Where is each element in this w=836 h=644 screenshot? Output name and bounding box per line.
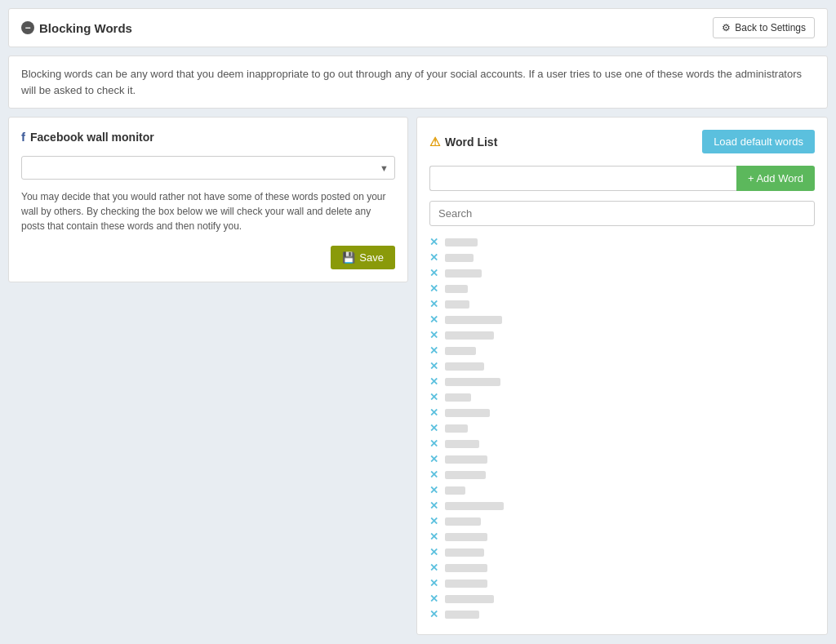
word-text [445, 254, 474, 262]
delete-word-button[interactable]: ✕ [429, 578, 438, 588]
word-text [445, 347, 476, 355]
delete-word-button[interactable]: ✕ [429, 469, 438, 480]
description-box: Blocking words can be any word that you … [8, 56, 828, 109]
delete-word-button[interactable]: ✕ [429, 407, 438, 418]
list-item: ✕ [429, 544, 815, 560]
list-item: ✕ [429, 498, 815, 513]
word-list: ✕✕✕✕✕✕✕✕✕✕✕✕✕✕✕✕✕✕✕✕✕✕✕✕✕ [429, 234, 815, 622]
word-text [445, 393, 471, 402]
word-text [445, 331, 494, 340]
save-button-row: 💾 Save [21, 246, 395, 269]
delete-word-button[interactable]: ✕ [429, 438, 438, 449]
list-item: ✕ [429, 451, 815, 467]
word-text [445, 409, 490, 417]
delete-word-button[interactable]: ✕ [429, 237, 438, 247]
list-item: ✕ [429, 281, 815, 296]
delete-word-button[interactable]: ✕ [429, 376, 438, 387]
word-list-title: ⚠ Word List [429, 135, 497, 149]
word-text [445, 595, 494, 603]
minus-icon: − [21, 21, 34, 34]
wall-monitor-select[interactable] [21, 156, 395, 180]
word-text [445, 440, 479, 448]
list-item: ✕ [429, 343, 815, 358]
facebook-icon: f [21, 130, 25, 144]
list-item: ✕ [429, 560, 815, 575]
list-item: ✕ [429, 482, 815, 498]
delete-word-button[interactable]: ✕ [429, 314, 438, 325]
load-default-words-button[interactable]: Load default words [702, 130, 815, 153]
delete-word-button[interactable]: ✕ [429, 345, 438, 356]
delete-word-button[interactable]: ✕ [429, 593, 438, 604]
word-text [445, 238, 478, 246]
header-bar: − Blocking Words ⚙ Back to Settings [8, 8, 828, 47]
list-item: ✕ [429, 405, 815, 420]
list-item: ✕ [429, 467, 815, 482]
save-button-label: Save [359, 251, 384, 264]
delete-word-button[interactable]: ✕ [429, 392, 438, 402]
back-to-settings-button[interactable]: ⚙ Back to Settings [713, 17, 815, 38]
word-text [445, 564, 487, 572]
delete-word-button[interactable]: ✕ [429, 562, 438, 573]
delete-word-button[interactable]: ✕ [429, 500, 438, 511]
list-item: ✕ [429, 327, 815, 343]
word-text [445, 486, 465, 495]
word-text [445, 424, 468, 433]
word-text [445, 580, 487, 588]
facebook-wall-monitor-panel: f Facebook wall monitor ▼ You may decide… [8, 117, 408, 282]
add-word-input[interactable] [429, 166, 736, 191]
back-button-label: Back to Settings [735, 22, 806, 33]
list-item: ✕ [429, 250, 815, 265]
delete-word-button[interactable]: ✕ [429, 330, 438, 340]
word-text [445, 285, 468, 293]
word-list-panel: ⚠ Word List Load default words + Add Wor… [416, 117, 828, 635]
delete-word-button[interactable]: ✕ [429, 547, 438, 557]
word-text [445, 549, 484, 557]
list-item: ✕ [429, 374, 815, 389]
delete-word-button[interactable]: ✕ [429, 485, 438, 495]
word-list-title-text: Word List [445, 135, 497, 149]
list-item: ✕ [429, 265, 815, 281]
delete-word-button[interactable]: ✕ [429, 299, 438, 309]
wall-monitor-select-wrapper: ▼ [21, 156, 395, 180]
page-title: − Blocking Words [21, 21, 132, 35]
word-text [445, 300, 469, 309]
list-item: ✕ [429, 591, 815, 606]
page-title-text: Blocking Words [39, 21, 132, 35]
delete-word-button[interactable]: ✕ [429, 283, 438, 294]
search-input[interactable] [429, 201, 815, 226]
list-item: ✕ [429, 606, 815, 622]
gear-icon: ⚙ [722, 22, 731, 33]
delete-word-button[interactable]: ✕ [429, 516, 438, 526]
word-text [445, 362, 484, 371]
delete-word-button[interactable]: ✕ [429, 252, 438, 263]
add-word-button[interactable]: + Add Word [736, 166, 815, 191]
main-content: f Facebook wall monitor ▼ You may decide… [8, 117, 828, 635]
delete-word-button[interactable]: ✕ [429, 531, 438, 542]
description-text: Blocking words can be any word that you … [21, 68, 802, 96]
left-panel-title: f Facebook wall monitor [21, 130, 395, 144]
add-word-row: + Add Word [429, 166, 815, 191]
word-text [445, 378, 500, 386]
list-item: ✕ [429, 312, 815, 327]
delete-word-button[interactable]: ✕ [429, 361, 438, 371]
word-text [445, 502, 504, 510]
warning-icon: ⚠ [429, 135, 440, 149]
list-item: ✕ [429, 234, 815, 250]
list-item: ✕ [429, 529, 815, 544]
word-text [445, 533, 487, 541]
delete-word-button[interactable]: ✕ [429, 423, 438, 433]
list-item: ✕ [429, 389, 815, 405]
save-button[interactable]: 💾 Save [331, 246, 395, 269]
word-text [445, 455, 487, 464]
list-item: ✕ [429, 575, 815, 591]
word-text [445, 471, 486, 479]
list-item: ✕ [429, 513, 815, 529]
list-item: ✕ [429, 420, 815, 436]
delete-word-button[interactable]: ✕ [429, 268, 438, 278]
delete-word-button[interactable]: ✕ [429, 454, 438, 464]
word-text [445, 269, 482, 278]
word-list-header: ⚠ Word List Load default words [429, 130, 815, 153]
list-item: ✕ [429, 358, 815, 374]
wall-monitor-description: You may decide that you would rather not… [21, 189, 395, 233]
delete-word-button[interactable]: ✕ [429, 609, 438, 620]
